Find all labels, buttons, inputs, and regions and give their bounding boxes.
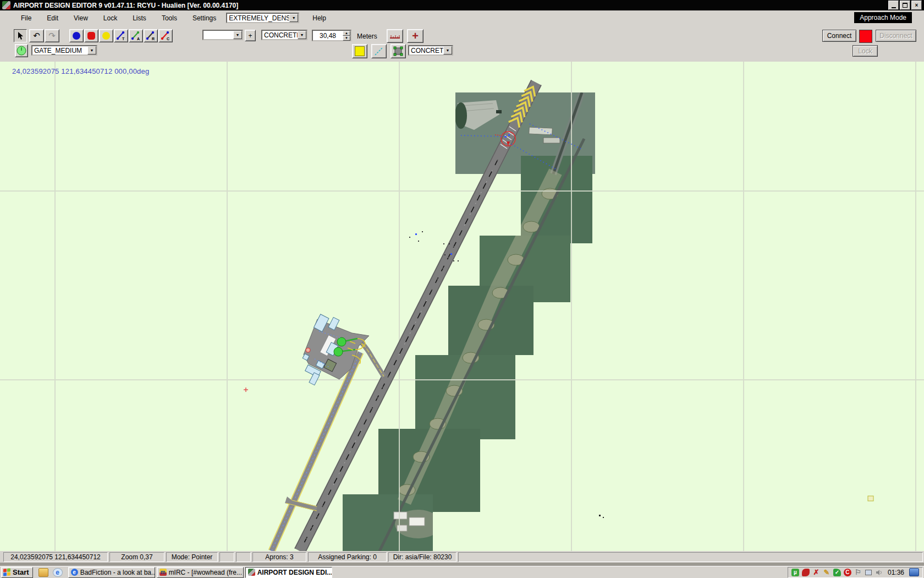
closed-link-button[interactable]: C (158, 29, 173, 42)
airport-map[interactable] (0, 62, 924, 551)
apron-surface-combo[interactable]: CONCRETE ▼ (408, 45, 453, 56)
density-combo[interactable]: EXTREMELY_DENSE ▼ (226, 13, 299, 23)
clock: 01:36 (888, 569, 904, 576)
status-assigned-parking: Assigned Parking: 0 (308, 552, 387, 562)
task-button-badfiction[interactable]: e BadFiction - a look at ba... (68, 567, 155, 578)
chevron-down-icon[interactable]: ▼ (443, 46, 452, 54)
add-red-node-button[interactable] (84, 29, 98, 42)
menu-view[interactable]: View (66, 13, 96, 24)
minimize-button[interactable] (888, 1, 899, 10)
apron-link-button[interactable]: A (129, 29, 143, 42)
measure-tool-button[interactable] (387, 29, 403, 43)
link-name-combo[interactable]: ▼ (202, 30, 243, 40)
map-canvas[interactable]: 24,023592075 121,634450712 000,00deg (0, 62, 924, 551)
yellow-selection-square[interactable] (868, 496, 873, 501)
redo-icon: ↷ (48, 31, 56, 41)
menu-tools[interactable]: Tools (154, 13, 185, 24)
close-button[interactable]: × (911, 1, 922, 10)
apron-red-node[interactable] (306, 348, 310, 352)
yellow-swatch-icon (355, 46, 365, 56)
add-yellow-node-button[interactable] (99, 29, 113, 42)
undo-icon: ↶ (33, 31, 40, 41)
restore-button[interactable] (900, 1, 910, 10)
utorrent-icon[interactable]: µ (791, 569, 799, 576)
taxiway-link-icon: T (116, 31, 126, 41)
width-spinner[interactable]: 30,48 ▲▼ (312, 30, 351, 41)
internet-explorer-icon[interactable]: e (53, 568, 63, 577)
svg-text:R: R (152, 37, 155, 41)
network-icon[interactable] (865, 569, 872, 576)
gate-tool-button[interactable] (15, 44, 28, 57)
bitcomet-icon[interactable] (802, 569, 810, 576)
draw-edge-button[interactable] (371, 44, 387, 58)
mirc-icon: m (160, 569, 167, 576)
status-coordinates: 24,023592075 121,634450712 (3, 552, 108, 562)
plus-icon: + (412, 30, 419, 42)
desktop: { "window": { "title": "AIRPORT DESIGN E… (0, 0, 924, 578)
blue-node-icon (73, 32, 80, 40)
title-bar[interactable]: AIRPORT DESIGN EDITOR 9 v01.47.11: RCYU … (0, 0, 924, 10)
spin-down-icon[interactable]: ▼ (343, 36, 350, 41)
volume-icon[interactable] (875, 569, 883, 576)
connect-button[interactable]: Connect (822, 30, 856, 42)
gate-marker[interactable] (334, 347, 343, 356)
menu-lock[interactable]: Lock (96, 13, 125, 24)
status-dir-file: Dir: asia/File: 80230 (388, 552, 457, 562)
runway-link-icon: R (146, 31, 156, 41)
menu-edit[interactable]: Edit (39, 13, 66, 24)
flag-icon[interactable]: ⚐ (854, 569, 862, 576)
taxiway-link-button[interactable]: T (114, 29, 128, 42)
apron-area[interactable] (302, 314, 369, 385)
comodo-icon[interactable]: C (844, 569, 851, 576)
taskbar: Start e e BadFiction - a look at ba... m… (0, 566, 924, 578)
add-point-tool-button[interactable]: + (407, 29, 424, 43)
task-button-airport-design-editor[interactable]: AIRPORT DESIGN EDI... (245, 567, 332, 578)
svg-text:A: A (137, 37, 140, 41)
folder-icon[interactable] (38, 568, 48, 577)
gate-marker[interactable] (337, 337, 346, 346)
show-desktop-icon[interactable] (909, 568, 919, 576)
disconnect-button[interactable]: Disconnect (876, 30, 916, 42)
app-icon (2, 1, 10, 9)
undo-button[interactable]: ↶ (29, 29, 44, 42)
toolbar: ↶ ↷ T A R C ▼ + CONCRETE ▼ 30,48 ▲▼ Mete… (0, 25, 924, 62)
gate-clock-icon (16, 46, 26, 56)
redo-button[interactable]: ↷ (45, 29, 59, 42)
pencil-tool-icon[interactable]: ✎ (823, 569, 831, 576)
status-mode: Mode: Pointer (166, 552, 218, 562)
add-blue-node-button[interactable] (69, 29, 84, 42)
ade-icon (248, 569, 255, 576)
menu-lists[interactable]: Lists (125, 13, 154, 24)
minimize-icon (892, 7, 896, 8)
start-button[interactable]: Start (1, 567, 33, 578)
add-link-name-button[interactable]: + (245, 30, 256, 41)
restore-icon (903, 3, 908, 8)
chevron-down-icon[interactable]: ▼ (289, 14, 298, 22)
lock-button[interactable]: Lock (853, 45, 878, 57)
connection-status-swatch (859, 30, 872, 43)
spin-up-icon[interactable]: ▲ (343, 31, 350, 36)
menu-help[interactable]: Help (305, 13, 334, 24)
gate-type-combo[interactable]: GATE_MEDIUM ▼ (31, 45, 97, 56)
chevron-down-icon[interactable]: ▼ (298, 31, 306, 39)
yellow-node-icon (102, 32, 110, 40)
cursor-coordinates-overlay: 24,023592075 121,634450712 000,00deg (12, 67, 149, 75)
windows-logo-icon (3, 568, 10, 576)
status-bar: 24,023592075 121,634450712 Zoom 0,37 Mod… (0, 551, 924, 563)
chevron-down-icon[interactable]: ▼ (87, 46, 96, 54)
red-node-icon (87, 32, 95, 40)
menu-settings[interactable]: Settings (185, 13, 224, 24)
disabled-x-icon[interactable]: ✗ (812, 569, 820, 576)
select-region-button[interactable] (391, 44, 406, 58)
pointer-icon (16, 31, 24, 40)
antivirus-shield-icon[interactable]: ✓ (833, 569, 841, 576)
surface-combo[interactable]: CONCRETE ▼ (261, 30, 307, 40)
task-button-mirc[interactable]: m mIRC - [#wowhead (fre... (157, 567, 244, 578)
fill-color-button[interactable] (352, 44, 367, 58)
menu-file[interactable]: File (13, 13, 39, 24)
chevron-down-icon[interactable]: ▼ (233, 31, 242, 39)
dashed-line-icon (374, 46, 384, 56)
meters-label: Meters (357, 32, 377, 40)
pointer-tool-button[interactable] (14, 29, 27, 42)
runway-link-button[interactable]: R (144, 29, 158, 42)
